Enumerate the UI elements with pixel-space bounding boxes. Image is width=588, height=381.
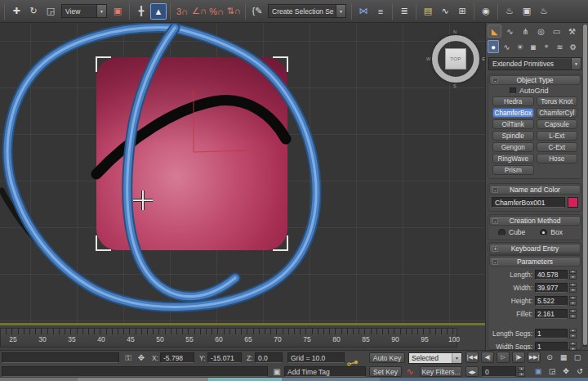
modify-tab-icon[interactable]: ∿: [503, 25, 517, 38]
utilities-tab-icon[interactable]: ⚒: [565, 25, 579, 38]
next-frame-button[interactable]: |▶: [512, 352, 525, 363]
select-and-move-icon[interactable]: ✚: [8, 3, 24, 20]
object-type-button-prism[interactable]: Prism: [492, 165, 534, 175]
systems-category-icon[interactable]: ⚙: [568, 40, 579, 53]
motion-tab-icon[interactable]: ◎: [534, 25, 548, 38]
object-type-button-l-ext[interactable]: L-Ext: [537, 131, 578, 141]
collapse-icon[interactable]: +: [492, 246, 498, 252]
collapse-icon[interactable]: -: [492, 218, 498, 224]
create-tab-icon[interactable]: ◣: [488, 25, 501, 38]
param-value-field[interactable]: 1: [535, 342, 568, 351]
select-and-scale-icon[interactable]: ◲: [42, 3, 59, 20]
autogrid-checkbox[interactable]: [510, 87, 516, 94]
z-coordinate-field[interactable]: 0.0: [255, 352, 283, 363]
param-value-field[interactable]: 39.977: [535, 283, 568, 293]
collapse-icon[interactable]: -: [492, 187, 498, 193]
auto-key-button[interactable]: Auto Key: [369, 352, 405, 363]
previous-frame-button[interactable]: ◀|: [481, 352, 494, 363]
new-keys-curve-icon[interactable]: ∿: [404, 366, 416, 377]
object-type-button-c-ext[interactable]: C-Ext: [537, 142, 578, 152]
hierarchy-tab-icon[interactable]: ⋔: [519, 25, 532, 38]
param-value-field[interactable]: 2.161: [535, 309, 568, 319]
collapse-icon[interactable]: -: [492, 78, 498, 83]
edit-named-selection-sets-icon[interactable]: {✎: [249, 3, 265, 20]
viewcube-top-face[interactable]: TOP: [445, 48, 466, 69]
maxscript-mini-listener[interactable]: [2, 366, 268, 377]
object-type-button-oiltank[interactable]: OilTank: [492, 119, 534, 129]
object-color-swatch[interactable]: [568, 197, 578, 208]
curve-editor-icon[interactable]: ∿: [437, 3, 453, 20]
cameras-category-icon[interactable]: ◙: [528, 40, 539, 53]
render-setup-icon[interactable]: ♨: [501, 3, 518, 20]
panel-scrollbar[interactable]: [583, 25, 587, 347]
param-spinner[interactable]: ▴▾: [569, 283, 577, 293]
rollout-header-object-type[interactable]: - Object Type: [489, 75, 581, 85]
pan-icon[interactable]: ✥: [560, 365, 572, 377]
object-name-field[interactable]: ChamferBox001: [492, 197, 565, 208]
select-and-manipulate-icon[interactable]: ╋: [133, 3, 149, 20]
primitive-subcategory-dropdown[interactable]: Extended Primitives ▼: [488, 57, 581, 70]
graphite-ribbon-icon[interactable]: ▤: [420, 3, 436, 20]
rollout-header-keyboard-entry[interactable]: + Keyboard Entry: [489, 244, 581, 253]
time-configuration-icon[interactable]: ▣: [532, 365, 544, 377]
object-type-button-ringwave[interactable]: RingWave: [492, 154, 534, 164]
angle-snap-icon[interactable]: ∠∩: [191, 3, 207, 20]
space-warps-category-icon[interactable]: ≋: [554, 40, 565, 53]
selection-lock-icon[interactable]: ⚿: [122, 352, 134, 363]
render-production-icon[interactable]: ♨: [536, 3, 552, 20]
select-region-icon[interactable]: ◲: [546, 365, 558, 377]
param-spinner[interactable]: ▴▾: [569, 309, 577, 319]
selection-filter-dropdown[interactable]: Selected ▼: [408, 352, 462, 364]
material-editor-icon[interactable]: ◉: [478, 3, 494, 20]
viewcube[interactable]: TOP N E S W: [426, 29, 485, 88]
object-type-button-spindle[interactable]: Spindle: [492, 131, 534, 141]
keyboard-shortcut-override-icon[interactable]: ▲: [150, 3, 167, 20]
reference-coordinate-system-dropdown[interactable]: View▼: [61, 4, 107, 18]
rollout-header-parameters[interactable]: - Parameters: [489, 257, 581, 267]
select-and-rotate-icon[interactable]: ↻: [25, 3, 42, 20]
key-filters-button[interactable]: Key Filters...: [420, 366, 462, 377]
creation-method-radio-box[interactable]: Box: [540, 228, 563, 236]
param-spinner[interactable]: ▴▾: [569, 270, 577, 280]
frame-spinner[interactable]: ▴▾: [518, 366, 525, 377]
schematic-view-icon[interactable]: ⊞: [454, 3, 470, 20]
param-spinner[interactable]: ▴▾: [569, 342, 577, 351]
rollout-header-creation-method[interactable]: - Creation Method: [489, 216, 581, 226]
top-viewport[interactable]: TOP N E S W: [0, 23, 485, 325]
geometry-category-icon[interactable]: ●: [488, 40, 499, 53]
named-selection-sets-dropdown[interactable]: Create Selection Se▼: [268, 4, 346, 18]
use-pivot-point-center-icon[interactable]: ▣: [109, 3, 126, 20]
object-type-button-hedra[interactable]: Hedra: [492, 96, 534, 106]
shapes-category-icon[interactable]: ∿: [501, 40, 512, 53]
display-tab-icon[interactable]: ▭: [550, 25, 564, 38]
rollout-header-name-and-color[interactable]: - Name and Color: [489, 185, 581, 195]
go-to-end-button[interactable]: ▶▶|: [528, 352, 541, 363]
time-tag-icon[interactable]: ▣: [271, 366, 283, 377]
param-spinner[interactable]: ▴▾: [569, 329, 577, 338]
object-type-button-hose[interactable]: Hose: [537, 154, 578, 164]
lights-category-icon[interactable]: ☀: [514, 40, 526, 53]
object-type-button-torus-knot[interactable]: Torus Knot: [537, 96, 578, 106]
x-coordinate-field[interactable]: -5.798: [160, 352, 194, 363]
mirror-icon[interactable]: ⋈: [355, 3, 372, 20]
absolute-mode-transform-icon[interactable]: ✥: [136, 352, 147, 363]
set-key-button[interactable]: Set Key: [369, 366, 402, 377]
creation-method-radio-cube[interactable]: Cube: [498, 228, 525, 236]
go-to-start-button[interactable]: |◀◀: [466, 352, 479, 363]
object-type-button-capsule[interactable]: Capsule: [537, 119, 578, 129]
param-value-field[interactable]: 5.522: [535, 296, 568, 306]
collapse-icon[interactable]: -: [492, 259, 498, 265]
time-ruler[interactable]: 253035404550556065707580859095100: [0, 328, 457, 347]
zoom-extents-icon[interactable]: ▢: [572, 352, 583, 363]
layer-manager-icon[interactable]: ≣: [396, 3, 412, 20]
zoom-icon[interactable]: ⊙: [544, 352, 555, 363]
align-icon[interactable]: ≡: [372, 3, 389, 20]
object-type-button-gengon[interactable]: Gengon: [492, 142, 534, 152]
current-frame-field[interactable]: 0: [482, 366, 516, 377]
spinner-snap-icon[interactable]: ⇅∩: [225, 3, 242, 20]
param-value-field[interactable]: 40.578: [535, 270, 568, 280]
rendered-frame-window-icon[interactable]: ▣: [519, 3, 535, 20]
percent-snap-icon[interactable]: %∩: [208, 3, 225, 20]
helpers-category-icon[interactable]: ⌖: [541, 40, 552, 53]
play-button[interactable]: ▷: [497, 352, 510, 363]
